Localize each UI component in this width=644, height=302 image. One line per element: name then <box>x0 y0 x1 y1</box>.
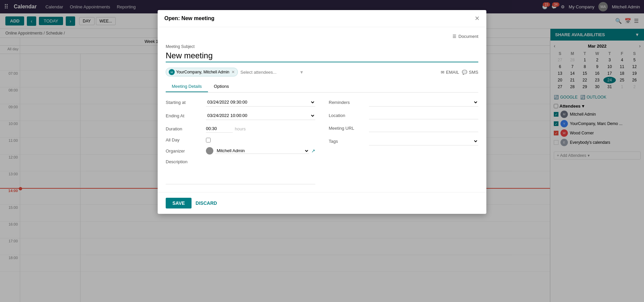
duration-input[interactable] <box>206 125 233 133</box>
meeting-url-row: Meeting URL <box>329 124 478 132</box>
starting-at-row: Starting at 03/24/2022 09:30:00 <box>166 98 315 107</box>
organizer-external-link[interactable]: ↗ <box>311 148 315 154</box>
email-button[interactable]: ✉ EMAIL <box>441 70 459 75</box>
organizer-row: Organizer Mitchell Admin ↗ <box>166 147 315 155</box>
modal-overlay[interactable]: Open: New meeting ✕ ☰ Document Meeting S… <box>0 0 644 302</box>
select-attendees-input[interactable] <box>240 70 297 75</box>
sms-icon: 💬 <box>462 70 467 75</box>
description-label: Description <box>166 159 187 164</box>
document-icon: ☰ <box>452 34 457 39</box>
location-input[interactable] <box>369 111 478 119</box>
modal-dialog: Open: New meeting ✕ ☰ Document Meeting S… <box>158 10 486 214</box>
reminders-select[interactable] <box>369 98 478 107</box>
duration-row: Duration hours <box>166 125 315 133</box>
remove-attendee-button[interactable]: ✕ <box>231 70 235 74</box>
document-button[interactable]: ☰ Document <box>452 34 478 39</box>
starting-at-select[interactable]: 03/24/2022 09:30:00 <box>206 98 315 107</box>
duration-label: Duration <box>166 126 203 131</box>
email-icon: ✉ <box>441 70 444 75</box>
form-right: Reminders Location <box>329 98 478 185</box>
ending-at-select[interactable]: 03/24/2022 10:00:00 <box>206 111 315 120</box>
all-day-row: All Day <box>166 137 315 142</box>
tags-label: Tags <box>329 139 366 144</box>
reminders-row: Reminders <box>329 98 478 107</box>
form-left: Starting at 03/24/2022 09:30:00 Ending A… <box>166 98 315 185</box>
location-row: Location <box>329 111 478 119</box>
description-input[interactable] <box>166 164 315 184</box>
tab-meeting-details[interactable]: Meeting Details <box>166 81 208 92</box>
attendee-tag-mitchell: M YourCompany, Mitchell Admin ✕ <box>166 68 238 76</box>
tag-avatar-mitchell: M <box>169 69 175 75</box>
description-row: Description <box>166 159 315 185</box>
ending-at-row: Ending At 03/24/2022 10:00:00 <box>166 111 315 120</box>
tags-row: Tags <box>329 137 478 145</box>
modal-footer: SAVE DISCARD <box>158 192 486 214</box>
tab-options[interactable]: Options <box>208 81 235 92</box>
meeting-url-label: Meeting URL <box>329 126 366 131</box>
modal-tabs: Meeting Details Options <box>166 81 478 93</box>
save-button[interactable]: SAVE <box>166 198 192 208</box>
subject-input[interactable] <box>166 51 478 62</box>
all-day-field-label: All Day <box>166 137 203 142</box>
modal-attendees-row: M YourCompany, Mitchell Admin ✕ ▼ ✉ EMAI… <box>166 68 478 76</box>
attendees-dropdown-icon[interactable]: ▼ <box>300 70 304 75</box>
organizer-avatar <box>206 147 213 155</box>
ending-at-label: Ending At <box>166 113 203 118</box>
organizer-select[interactable]: Mitchell Admin <box>215 148 309 154</box>
starting-at-label: Starting at <box>166 100 203 105</box>
tags-select[interactable] <box>369 137 478 145</box>
meeting-url-input[interactable] <box>369 124 478 132</box>
form-grid: Starting at 03/24/2022 09:30:00 Ending A… <box>166 98 478 185</box>
all-day-checkbox[interactable] <box>206 138 211 142</box>
modal-header: Open: New meeting ✕ <box>158 10 486 27</box>
discard-button[interactable]: DISCARD <box>196 200 217 206</box>
reminders-label: Reminders <box>329 100 366 105</box>
location-label: Location <box>329 113 366 118</box>
hours-label: hours <box>235 126 246 131</box>
modal-body: ☰ Document Meeting Subject M YourCompany… <box>158 27 486 192</box>
subject-label: Meeting Subject <box>166 44 478 49</box>
sms-button[interactable]: 💬 SMS <box>462 70 478 75</box>
modal-close-button[interactable]: ✕ <box>475 15 480 22</box>
modal-title: Open: New meeting <box>164 15 214 21</box>
organizer-label: Organizer <box>166 148 203 154</box>
